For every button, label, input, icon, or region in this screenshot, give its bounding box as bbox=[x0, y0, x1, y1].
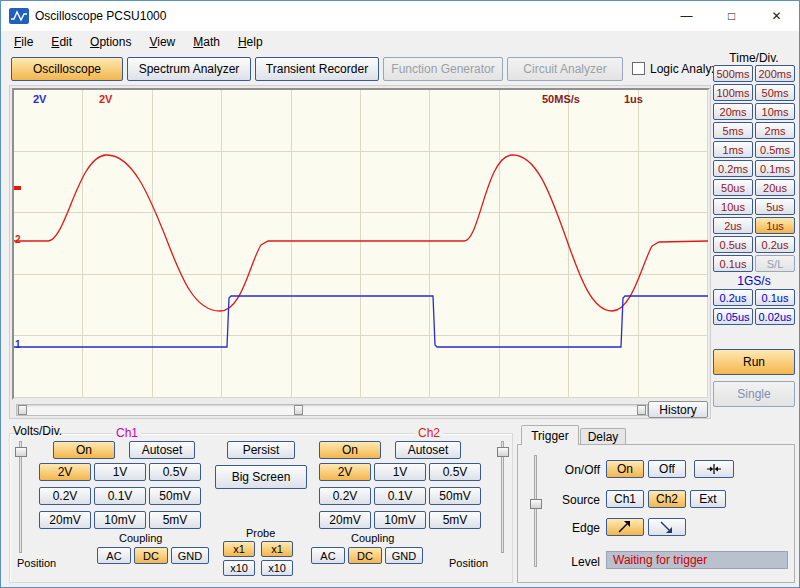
ch1-volts-0.5v-button[interactable]: 0.5V bbox=[149, 463, 201, 481]
ch1-volts-50mv-button[interactable]: 50mV bbox=[149, 487, 201, 505]
timediv-1us-button[interactable]: 1us bbox=[755, 217, 795, 234]
maximize-button[interactable]: □ bbox=[709, 1, 754, 31]
ch1-probe-x1-button[interactable]: x1 bbox=[223, 541, 255, 557]
timediv-0.5ms-button[interactable]: 0.5ms bbox=[755, 141, 795, 158]
big-screen-button[interactable]: Big Screen bbox=[215, 465, 307, 489]
ch2-coupling-gnd-button[interactable]: GND bbox=[385, 547, 423, 564]
ch1-ground-marker[interactable]: 1 bbox=[15, 339, 21, 350]
timediv-sl-button[interactable]: S/L bbox=[755, 255, 795, 272]
ch2-probe-x10-button[interactable]: x10 bbox=[261, 560, 293, 576]
ch2-volts-20mv-button[interactable]: 20mV bbox=[319, 511, 371, 529]
ch1-volts-0.1v-button[interactable]: 0.1V bbox=[94, 487, 146, 505]
ch1-coupling-ac-button[interactable]: AC bbox=[97, 547, 131, 564]
tab-circuit-analyzer[interactable]: Circuit Analyzer bbox=[507, 57, 623, 81]
timediv-gs-0.1us-button[interactable]: 0.1us bbox=[755, 289, 795, 306]
tab-oscilloscope[interactable]: Oscilloscope bbox=[11, 57, 123, 81]
ch1-volts-10mv-button[interactable]: 10mV bbox=[94, 511, 146, 529]
ch2-on-button[interactable]: On bbox=[319, 441, 381, 459]
run-button[interactable]: Run bbox=[713, 349, 795, 375]
trigger-edge-falling-button[interactable] bbox=[648, 518, 686, 536]
close-button[interactable]: ✕ bbox=[754, 1, 799, 31]
timediv-gs-0.2us-button[interactable]: 0.2us bbox=[713, 289, 753, 306]
ch1-volts-2v-button[interactable]: 2V bbox=[39, 463, 91, 481]
ch2-volts-0.2v-button[interactable]: 0.2V bbox=[319, 487, 371, 505]
ch2-coupling-dc-button[interactable]: DC bbox=[348, 547, 382, 564]
ch2-coupling-ac-button[interactable]: AC bbox=[311, 547, 345, 564]
trigger-source-ext-button[interactable]: Ext bbox=[690, 490, 726, 508]
ch1-volts-0.2v-button[interactable]: 0.2V bbox=[39, 487, 91, 505]
ch1-autoset-button[interactable]: Autoset bbox=[129, 441, 195, 459]
ch1-volts-5mv-button[interactable]: 5mV bbox=[149, 511, 201, 529]
timediv-500ms-button[interactable]: 500ms bbox=[713, 65, 753, 82]
ch2-volts-0.5v-button[interactable]: 0.5V bbox=[429, 463, 481, 481]
menu-options[interactable]: Options bbox=[81, 32, 140, 52]
timediv-20us-button[interactable]: 20us bbox=[755, 179, 795, 196]
ch2-probe-x1-button[interactable]: x1 bbox=[261, 541, 293, 557]
timediv-20ms-button[interactable]: 20ms bbox=[713, 103, 753, 120]
tab-trigger[interactable]: Trigger bbox=[521, 425, 579, 445]
ch2-volts-10mv-button[interactable]: 10mV bbox=[374, 511, 426, 529]
ch2-position-slider[interactable] bbox=[497, 441, 509, 553]
timediv-50ms-button[interactable]: 50ms bbox=[755, 84, 795, 101]
timediv-5ms-button[interactable]: 5ms bbox=[713, 122, 753, 139]
trigger-source-ch1-button[interactable]: Ch1 bbox=[606, 490, 644, 508]
horizontal-position-scrollbar[interactable] bbox=[16, 404, 648, 416]
single-button[interactable]: Single bbox=[713, 381, 795, 407]
timediv-5us-button[interactable]: 5us bbox=[755, 198, 795, 215]
tab-function-generator[interactable]: Function Generator bbox=[383, 57, 503, 81]
trigger-on-button[interactable]: On bbox=[606, 460, 644, 478]
trigger-source-ch2-button[interactable]: Ch2 bbox=[648, 490, 686, 508]
menu-help[interactable]: Help bbox=[229, 32, 272, 52]
scroll-thumb-left[interactable] bbox=[18, 405, 27, 415]
timediv-2us-button[interactable]: 2us bbox=[713, 217, 753, 234]
trigger-level-marker[interactable] bbox=[14, 186, 21, 190]
tab-delay[interactable]: Delay bbox=[580, 428, 626, 445]
ch2-position-thumb[interactable] bbox=[497, 447, 509, 457]
ch1-on-button[interactable]: On bbox=[53, 441, 115, 459]
menu-edit[interactable]: Edit bbox=[42, 32, 81, 52]
tab-transient-recorder[interactable]: Transient Recorder bbox=[255, 57, 379, 81]
timediv-200ms-button[interactable]: 200ms bbox=[755, 65, 795, 82]
ch2-ground-marker[interactable]: 2 bbox=[15, 234, 21, 245]
ch1-position-slider[interactable] bbox=[15, 441, 27, 553]
history-button[interactable]: History bbox=[648, 401, 708, 418]
menu-file[interactable]: File bbox=[5, 32, 42, 52]
persist-button[interactable]: Persist bbox=[227, 441, 295, 459]
timediv-2ms-button[interactable]: 2ms bbox=[755, 122, 795, 139]
timediv-0.1ms-button[interactable]: 0.1ms bbox=[755, 160, 795, 177]
timediv-gs-0.05us-button[interactable]: 0.05us bbox=[713, 308, 753, 325]
ch2-volts-1v-button[interactable]: 1V bbox=[374, 463, 426, 481]
scroll-thumb-right[interactable] bbox=[637, 405, 646, 415]
ch1-coupling-gnd-button[interactable]: GND bbox=[171, 547, 209, 564]
tab-spectrum-analyzer[interactable]: Spectrum Analyzer bbox=[127, 57, 251, 81]
trigger-edge-rising-button[interactable] bbox=[606, 518, 644, 536]
trigger-single-shot-reset-button[interactable] bbox=[694, 460, 734, 478]
scroll-thumb-center[interactable] bbox=[294, 405, 303, 415]
timediv-1ms-button[interactable]: 1ms bbox=[713, 141, 753, 158]
timediv-10ms-button[interactable]: 10ms bbox=[755, 103, 795, 120]
ch1-volts-1v-button[interactable]: 1V bbox=[94, 463, 146, 481]
minimize-button[interactable]: — bbox=[664, 1, 709, 31]
timediv-gs-0.02us-button[interactable]: 0.02us bbox=[755, 308, 795, 325]
ch2-autoset-button[interactable]: Autoset bbox=[395, 441, 461, 459]
ch1-volts-20mv-button[interactable]: 20mV bbox=[39, 511, 91, 529]
timediv-100ms-button[interactable]: 100ms bbox=[713, 84, 753, 101]
ch2-volts-50mv-button[interactable]: 50mV bbox=[429, 487, 481, 505]
menu-math[interactable]: Math bbox=[184, 32, 229, 52]
menu-view[interactable]: View bbox=[140, 32, 184, 52]
timediv-0.2us-button[interactable]: 0.2us bbox=[755, 236, 795, 253]
timediv-0.2ms-button[interactable]: 0.2ms bbox=[713, 160, 753, 177]
ch2-volts-0.1v-button[interactable]: 0.1V bbox=[374, 487, 426, 505]
timediv-0.5us-button[interactable]: 0.5us bbox=[713, 236, 753, 253]
timediv-10us-button[interactable]: 10us bbox=[713, 198, 753, 215]
timediv-50us-button[interactable]: 50us bbox=[713, 179, 753, 196]
trigger-off-button[interactable]: Off bbox=[648, 460, 686, 478]
trigger-level-thumb[interactable] bbox=[530, 499, 542, 509]
logic-analyzer-checkbox[interactable] bbox=[632, 62, 645, 75]
ch1-position-thumb[interactable] bbox=[15, 447, 27, 457]
trigger-level-slider[interactable] bbox=[530, 455, 542, 567]
ch2-volts-2v-button[interactable]: 2V bbox=[319, 463, 371, 481]
timediv-0.1us-button[interactable]: 0.1us bbox=[713, 255, 753, 272]
ch1-probe-x10-button[interactable]: x10 bbox=[223, 560, 255, 576]
ch2-volts-5mv-button[interactable]: 5mV bbox=[429, 511, 481, 529]
